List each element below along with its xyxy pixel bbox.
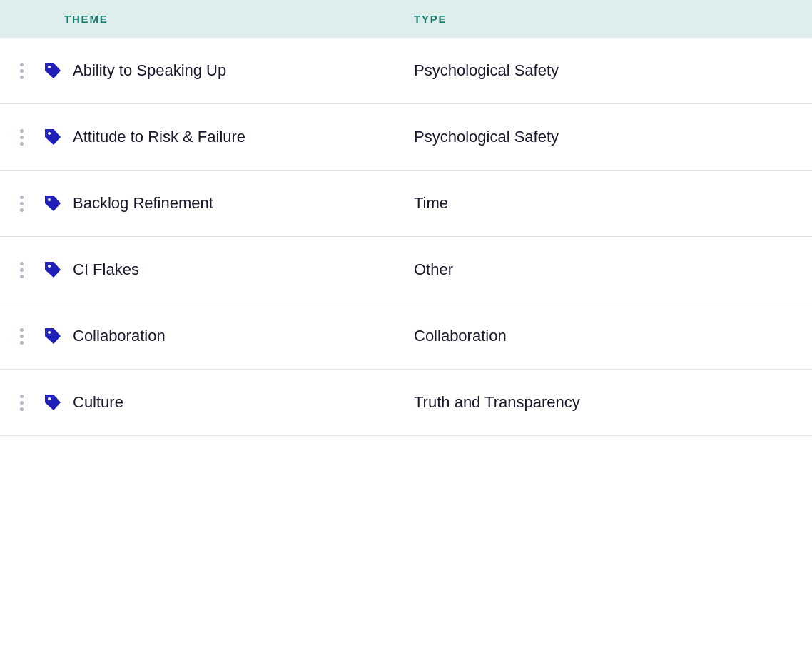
three-dots-icon[interactable] <box>20 196 24 212</box>
drag-handle[interactable] <box>0 63 43 79</box>
tag-icon <box>43 326 63 346</box>
svg-point-4 <box>48 331 51 334</box>
tag-icon <box>43 392 63 412</box>
table-header: THEME TYPE <box>0 0 812 38</box>
type-cell: Truth and Transparency <box>414 393 812 412</box>
theme-name: CI Flakes <box>73 260 139 279</box>
svg-point-1 <box>48 132 51 135</box>
theme-cell: Collaboration <box>43 326 414 346</box>
drag-handle[interactable] <box>0 328 43 345</box>
column-theme-header: THEME <box>0 13 414 25</box>
table-row: Ability to Speaking Up Psychological Saf… <box>0 38 812 104</box>
drag-handle[interactable] <box>0 262 43 278</box>
theme-cell: CI Flakes <box>43 260 414 280</box>
three-dots-icon[interactable] <box>20 262 24 278</box>
tag-icon <box>43 61 63 81</box>
tag-icon <box>43 260 63 280</box>
three-dots-icon[interactable] <box>20 328 24 345</box>
theme-name: Culture <box>73 393 123 412</box>
tag-icon <box>43 193 63 213</box>
tag-icon <box>43 127 63 147</box>
theme-name: Backlog Refinement <box>73 194 213 213</box>
table-row: Backlog Refinement Time <box>0 171 812 237</box>
type-cell: Other <box>414 260 812 279</box>
table-row: Culture Truth and Transparency <box>0 370 812 436</box>
svg-point-0 <box>48 66 51 68</box>
drag-handle[interactable] <box>0 196 43 212</box>
theme-cell: Culture <box>43 392 414 412</box>
table-row: Attitude to Risk & Failure Psychological… <box>0 104 812 171</box>
drag-handle[interactable] <box>0 129 43 146</box>
table-row: Collaboration Collaboration <box>0 303 812 370</box>
theme-name: Attitude to Risk & Failure <box>73 128 245 146</box>
theme-name: Ability to Speaking Up <box>73 61 226 80</box>
three-dots-icon[interactable] <box>20 129 24 146</box>
svg-point-3 <box>48 265 51 268</box>
theme-name: Collaboration <box>73 327 166 345</box>
theme-cell: Backlog Refinement <box>43 193 414 213</box>
type-cell: Time <box>414 194 812 213</box>
drag-handle[interactable] <box>0 395 43 411</box>
theme-cell: Attitude to Risk & Failure <box>43 127 414 147</box>
column-type-header: TYPE <box>414 13 812 25</box>
table-row: CI Flakes Other <box>0 237 812 303</box>
theme-cell: Ability to Speaking Up <box>43 61 414 81</box>
svg-point-5 <box>48 397 51 400</box>
table-container: THEME TYPE <box>0 0 812 436</box>
type-cell: Psychological Safety <box>414 128 812 146</box>
type-cell: Collaboration <box>414 327 812 345</box>
svg-point-2 <box>48 198 51 201</box>
table-body: Ability to Speaking Up Psychological Saf… <box>0 38 812 436</box>
three-dots-icon[interactable] <box>20 395 24 411</box>
type-cell: Psychological Safety <box>414 61 812 80</box>
three-dots-icon[interactable] <box>20 63 24 79</box>
